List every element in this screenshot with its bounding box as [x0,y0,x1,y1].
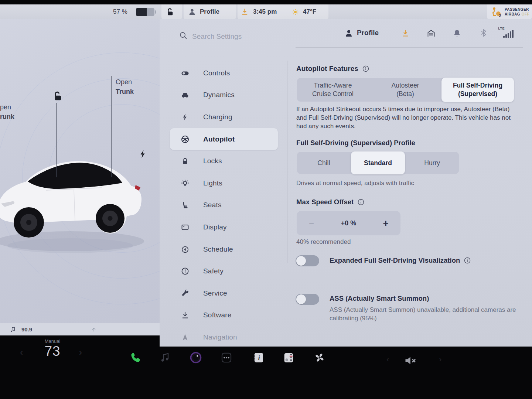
increase-button[interactable]: + [371,218,400,229]
autopilot-features-tabs: Traffic-Aware Cruise Control Autosteer (… [297,78,514,102]
settings-panel: Profile LTE Controls Dynamics Charging [160,4,532,347]
info-icon[interactable] [464,257,471,264]
sidebar-item-charging[interactable]: Charging [170,106,278,128]
sidebar-divider [287,61,287,263]
expanded-fsd-visualization-toggle[interactable] [296,255,319,266]
software-update-icon[interactable] [401,29,410,38]
outside-temperature[interactable]: 47°F [303,4,316,19]
alert-circle-icon [180,266,190,276]
info-icon[interactable] [362,65,369,72]
sidebar-item-autopilot[interactable]: Autopilot [170,128,278,150]
climate-prev-chevron-icon[interactable]: ‹ [20,345,23,360]
mute-icon[interactable] [403,353,417,368]
fsd-profile-tabs: Chill Standard Hurry [297,151,459,174]
sidebar-item-lights[interactable]: Lights [170,172,278,194]
charge-port-lightning-icon[interactable] [138,149,148,160]
dashcam-icon[interactable] [188,350,203,365]
pointer-line [111,76,112,177]
vehicle-visualization-panel: Open Trunk pen runk 90.9 [0,4,160,335]
climate-control[interactable]: Manual 73 [23,338,82,359]
sidebar-item-seats[interactable]: Seats [170,194,278,216]
max-speed-offset-title-row: Max Speed Offset [296,198,365,206]
info-icon[interactable] [357,198,365,206]
statusbar-profile-tab[interactable]: Profile [200,4,219,19]
music-icon[interactable] [158,350,173,365]
schedule-clock-icon [180,245,190,254]
svg-text:2: 2 [499,13,501,18]
lightning-icon [180,112,190,122]
profile-icon [188,8,196,16]
header-divider [296,47,523,48]
profile-description: Drives at normal speed, adjusts with tra… [296,180,414,187]
radio-tuner-icon[interactable] [281,350,296,365]
settings-sidebar: Controls Dynamics Charging Autopilot Loc… [170,62,278,347]
tab-chill[interactable]: Chill [297,151,351,174]
phone-icon[interactable] [128,350,143,365]
sidebar-item-dynamics[interactable]: Dynamics [170,84,278,106]
fsd-profile-title: Full Self-Driving (Supervised) Profile [296,139,415,147]
battery-icon [136,8,154,16]
tab-traffic-aware-cruise-control[interactable]: Traffic-Aware Cruise Control [297,78,369,102]
navigation-arrow-icon [180,332,190,342]
search-icon [179,31,188,40]
smart-summon-toggle[interactable] [296,294,319,305]
sidebar-item-software[interactable]: Software [170,304,278,327]
download-icon [180,310,190,320]
wrench-icon [180,289,190,298]
volume-down-chevron-icon[interactable]: ‹ [386,355,389,364]
tab-autosteer-beta[interactable]: Autosteer (Beta) [369,78,441,102]
car-icon [180,90,190,100]
climate-mode-label: Manual [23,338,82,344]
seat-icon [180,200,190,210]
sidebar-item-schedule[interactable]: Schedule [170,238,278,260]
tab-hurry[interactable]: Hurry [405,151,459,174]
header-profile-button[interactable]: Profile [357,28,379,38]
music-note-icon [10,326,16,333]
volume-up-chevron-icon[interactable]: › [439,355,441,364]
climate-temperature[interactable]: 73 [23,344,82,359]
controls-toggle-icon [180,68,190,78]
radio-station: 90.9 [21,326,32,332]
notifications-bell-icon[interactable] [453,29,461,38]
display-icon [180,222,190,232]
profile-icon[interactable] [344,29,353,38]
padlock-icon [180,156,190,166]
max-speed-offset-stepper: − +0 % + [297,211,400,235]
climate-next-chevron-icon[interactable]: › [79,345,82,360]
recommended-note: 40% recommended [296,238,351,246]
status-bar: 57 % Profile 3:45 pm 47°F 2 PASSENGER AI… [0,4,532,19]
open-trunk-button[interactable]: Open Trunk [116,77,134,96]
summon-status-text: ASS (Actually Smart Summon) unavailable,… [330,306,522,323]
sidebar-item-display[interactable]: Display [170,216,278,238]
software-update-icon[interactable] [241,7,249,16]
owners-manual-icon[interactable]: i [251,350,266,365]
climate-fan-icon[interactable] [312,350,327,365]
open-frunk-button-clipped[interactable]: pen runk [0,102,14,122]
unlock-icon[interactable] [52,91,63,103]
search-input[interactable] [191,28,315,45]
svg-text:i: i [258,354,260,362]
section-divider [296,281,523,281]
autopilot-features-title: Autopilot Features [296,65,358,73]
tab-standard[interactable]: Standard [351,151,405,174]
homelink-garage-icon[interactable] [427,29,436,38]
clock[interactable]: 3:45 pm [253,4,277,19]
sidebar-item-locks[interactable]: Locks [170,150,278,172]
passenger-airbag-icon: 2 [490,6,502,18]
sidebar-item-controls[interactable]: Controls [170,62,278,84]
bluetooth-icon[interactable] [479,28,488,37]
sidebar-item-safety[interactable]: Safety [170,260,278,282]
decrease-button[interactable]: − [297,218,326,228]
tab-full-self-driving-supervised[interactable]: Full Self-Driving (Supervised) [441,78,514,102]
more-apps-icon[interactable] [219,350,234,365]
sidebar-item-navigation[interactable]: Navigation [170,326,278,347]
summon-toggle-label: ASS (Actually Smart Summon) [330,294,429,303]
expand-up-arrow-icon[interactable] [91,326,97,333]
sidebar-item-service[interactable]: Service [170,282,278,304]
headlight-icon [180,178,190,188]
steering-wheel-icon [180,134,190,144]
visualization-toggle-label-row: Expanded Full Self-Driving Visualization [330,256,471,265]
media-mini-player[interactable]: 90.9 [0,323,160,335]
battery-percent: 57 % [113,4,127,19]
vehicle-unlock-icon[interactable] [165,7,174,18]
